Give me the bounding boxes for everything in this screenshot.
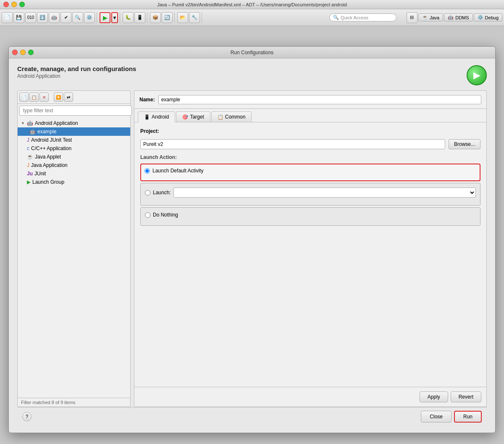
debug-toolbar-group: 🐛 📱: [123, 12, 147, 23]
launch-default-radio[interactable]: [144, 168, 150, 174]
dialog-close-btn[interactable]: [12, 50, 18, 55]
tree-area: ▼ 🤖 Android Application 🤖 example J Andr…: [18, 117, 130, 398]
name-input[interactable]: [158, 95, 481, 104]
java-perspective-btn[interactable]: ☕ Java: [418, 13, 443, 21]
window-controls[interactable]: [3, 2, 25, 7]
launch-radio-row: Launch:: [145, 188, 476, 198]
project-field-row: Project:: [140, 128, 480, 134]
dialog-subheading: Android Application: [17, 73, 136, 79]
filter-config-btn[interactable]: 🔽: [54, 92, 63, 102]
project-label: Project:: [140, 128, 165, 134]
close-window-btn[interactable]: [3, 2, 9, 7]
check-btn[interactable]: ✔: [60, 12, 71, 23]
launch-activity-label: Launch:: [153, 190, 171, 196]
target-tab-icon: 🎯: [182, 114, 188, 120]
tree-expand-arrow: ▼: [21, 121, 25, 125]
ddms-label: DDMS: [455, 15, 469, 20]
dialog-body: 📄 📋 ✕ 🔽 ⇄ ▼ 🤖 Android Application: [17, 90, 487, 407]
launch-default-radio-row: Launch Default Activity: [144, 168, 476, 174]
main-toolbar: 📄 💾 010 ⬇️ 🤖 ✔ 🔍 ⚙️ ▶ ▼ 🐛 📱 📦 🔄 📂 🔧 🔍 Qu…: [0, 9, 504, 26]
launch-activity-dropdown[interactable]: [173, 188, 476, 198]
debug-btn[interactable]: 🐛: [123, 12, 134, 23]
ddms-icon: 🤖: [448, 15, 454, 20]
tree-junit-test-item[interactable]: J Android JUnit Test: [18, 136, 130, 144]
android-tab-icon: 📱: [144, 114, 150, 120]
new-btn[interactable]: 📄: [2, 12, 13, 23]
android2-btn[interactable]: 📱: [134, 12, 145, 23]
apply-button[interactable]: Apply: [420, 391, 448, 402]
apply-revert-area: Apply Revert: [134, 387, 486, 407]
title-bar: Java – Pureit v2/bin/AndroidManifest.xml…: [0, 0, 504, 9]
package-btn[interactable]: 📦: [150, 12, 161, 23]
tree-applet-label: Java Applet: [35, 154, 61, 160]
dialog-title: Run Configurations: [231, 50, 274, 56]
new-config-btn[interactable]: 📄: [19, 92, 29, 102]
collapse-all-btn[interactable]: ⇄: [64, 92, 73, 102]
copy-config-btn[interactable]: 📋: [29, 92, 39, 102]
dialog-content: Create, manage, and run configurations A…: [9, 58, 495, 433]
filter-status: Filter matched 8 of 9 items: [18, 398, 130, 407]
tree-cpp-item[interactable]: c C/C++ Application: [18, 144, 130, 153]
do-nothing-label: Do Nothing: [153, 212, 178, 218]
quick-access-field[interactable]: 🔍 Quick Access: [329, 13, 396, 21]
launch-default-activity-box: Launch Default Activity: [140, 164, 480, 181]
debug-perspective-btn[interactable]: ⚙️ Debug: [474, 13, 502, 21]
run-dropdown-btn[interactable]: ▼: [111, 12, 118, 23]
launch-group-icon: ▶: [27, 179, 31, 185]
tree-java-app-label: Java Application: [31, 162, 68, 168]
save-btn[interactable]: 💾: [13, 12, 24, 23]
project-input[interactable]: [140, 139, 445, 149]
help-button[interactable]: ?: [22, 412, 32, 421]
tabs-bar: 📱 Android 🎯 Target 📋 Common: [134, 109, 486, 122]
tree-launch-group-item[interactable]: ▶ Launch Group: [18, 178, 130, 186]
launch-action-label: Launch Action:: [140, 154, 480, 160]
applet-icon: ☕: [27, 154, 33, 160]
ddms-perspective-btn[interactable]: 🤖 DDMS: [444, 13, 472, 21]
run-configurations-dialog: Run Configurations Create, manage, and r…: [8, 46, 496, 433]
dialog-min-btn[interactable]: [20, 50, 26, 55]
nav-toolbar-group: 📂 🔧: [177, 12, 202, 23]
dialog-header: Create, manage, and run configurations A…: [17, 65, 487, 85]
search-icon: 🔍: [333, 15, 339, 20]
do-nothing-radio[interactable]: [145, 212, 150, 218]
search-btn[interactable]: 🔍: [72, 12, 83, 23]
tab-android[interactable]: 📱 Android: [138, 111, 175, 122]
window-title: Java – Pureit v2/bin/AndroidManifest.xml…: [157, 2, 347, 7]
tab-common[interactable]: 📋 Common: [211, 111, 252, 122]
run-button[interactable]: Run: [454, 411, 482, 423]
tree-android-app-label: Android Application: [35, 120, 78, 126]
tools-btn[interactable]: 🔧: [189, 12, 200, 23]
perspective-view-btn[interactable]: ⊟: [407, 12, 417, 23]
junit-test-icon: J: [27, 137, 29, 143]
android-btn[interactable]: 🤖: [49, 12, 60, 23]
revert-button[interactable]: Revert: [451, 391, 481, 402]
gear-btn[interactable]: ⚙️: [84, 12, 95, 23]
run-toolbar-group: ▶ ▼: [100, 12, 120, 23]
tree-applet-item[interactable]: ☕ Java Applet: [18, 153, 130, 161]
delete-config-btn[interactable]: ✕: [39, 92, 49, 102]
name-row: Name:: [134, 91, 486, 109]
folder-open-btn[interactable]: 📂: [177, 12, 188, 23]
launch-activity-box: Launch:: [140, 183, 480, 206]
tree-example-label: example: [37, 129, 56, 135]
launch-activity-radio[interactable]: [145, 190, 150, 196]
extra-toolbar-group: 📦 🔄: [150, 12, 175, 23]
dialog-max-btn[interactable]: [28, 50, 34, 55]
close-button[interactable]: Close: [421, 411, 452, 423]
tree-android-app-parent[interactable]: ▼ 🤖 Android Application: [18, 119, 130, 127]
tree-java-app-item[interactable]: J Java Application: [18, 161, 130, 169]
browse-button[interactable]: Browse...: [449, 139, 480, 149]
build-btn[interactable]: ⬇️: [37, 12, 48, 23]
filter-input[interactable]: [19, 106, 132, 116]
refresh-btn[interactable]: 🔄: [162, 12, 173, 23]
console-btn[interactable]: 010: [25, 12, 36, 23]
minimize-window-btn[interactable]: [11, 2, 17, 7]
tree-junit-label: JUnit: [34, 171, 46, 177]
tab-android-label: Android: [152, 114, 169, 120]
dialog-window-controls[interactable]: [12, 50, 34, 55]
maximize-window-btn[interactable]: [19, 2, 25, 7]
run-btn[interactable]: ▶: [100, 12, 110, 23]
tree-junit-item[interactable]: Ju JUnit: [18, 169, 130, 178]
tree-example-item[interactable]: 🤖 example: [18, 127, 130, 136]
tab-target[interactable]: 🎯 Target: [176, 111, 210, 122]
